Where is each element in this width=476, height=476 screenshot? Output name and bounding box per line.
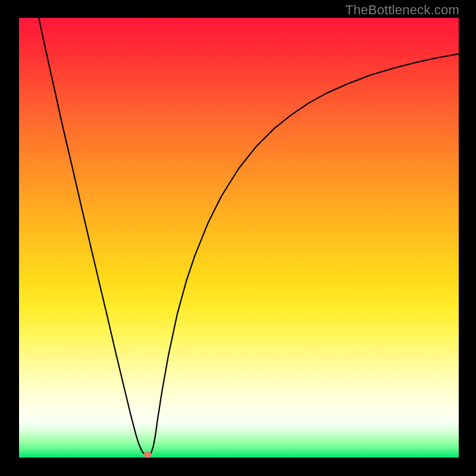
optimal-point-marker (143, 451, 151, 458)
bottleneck-curve (19, 18, 459, 458)
chart-frame: TheBottleneck.com (0, 0, 476, 476)
plot-gradient-area (19, 18, 459, 458)
watermark-text: TheBottleneck.com (345, 2, 459, 18)
